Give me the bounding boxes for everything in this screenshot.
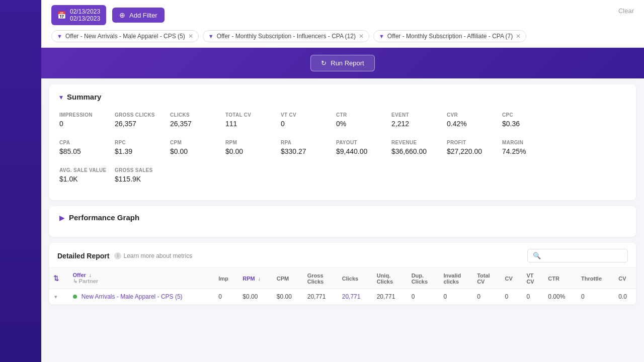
add-filter-label: Add Filter	[129, 12, 157, 19]
rpm-sort-icon: ↓	[258, 276, 261, 282]
clear-button[interactable]: Clear	[618, 7, 634, 15]
row-status-dot	[73, 295, 77, 299]
metric-gross-sales-label: GROSS SALES	[115, 167, 170, 173]
metric-payout-value: $9,440.00	[336, 147, 391, 155]
filter-tag-2: ▼ Offer - Monthly Subscription - Affilia…	[373, 30, 526, 42]
filter-tag-close-2[interactable]: ✕	[516, 33, 521, 40]
filter-tag-0: ▼ Offer - New Arrivals - Male Apparel - …	[51, 30, 199, 42]
performance-graph-title: Performance Graph	[69, 213, 139, 222]
metric-avg-sale-value-value: $1.0K	[59, 175, 115, 183]
col-total-cv[interactable]: TotalCV	[472, 268, 500, 289]
learn-more-link[interactable]: i Learn more about metrics	[114, 252, 192, 259]
col-offer[interactable]: Offer ↓ ↳ Partner	[68, 268, 214, 289]
date-lines: 02/13/2023 02/13/2023	[70, 8, 100, 22]
perf-graph-chevron-icon[interactable]: ▶	[59, 214, 65, 222]
performance-graph-section: ▶ Performance Graph	[49, 206, 636, 237]
row-vt-cv: 0	[521, 289, 543, 305]
info-icon: i	[114, 252, 121, 259]
metric-cpa-value: $85.05	[59, 147, 115, 155]
search-input[interactable]	[544, 252, 622, 259]
col-imp[interactable]: Imp	[213, 268, 237, 289]
row-dup-clicks: 0	[407, 289, 439, 305]
col-dup-clicks[interactable]: Dup.Clicks	[407, 268, 439, 289]
search-icon: 🔍	[533, 252, 541, 259]
metric-rpc-value: $1.39	[115, 147, 170, 155]
metric-avg-sale-value: AVG. SALE VALUE $1.0K	[59, 164, 115, 186]
metric-vt-cv-value: 0	[281, 120, 336, 128]
metric-revenue-value: $36,660.00	[391, 147, 447, 155]
col-throttle[interactable]: Throttle	[576, 268, 613, 289]
metric-gross-sales: GROSS SALES $115.9K	[115, 164, 170, 186]
metric-total-cv: TOTAL CV 111	[225, 109, 281, 131]
metric-rpm-label: RPM	[225, 140, 281, 145]
page-wrapper: 📅 02/13/2023 02/13/2023 ⊕ Add Filter Cle…	[0, 0, 644, 362]
detailed-report-header: Detailed Report i Learn more about metri…	[49, 243, 636, 268]
col-cv[interactable]: CV	[500, 268, 521, 289]
metric-payout: PAYOUT $9,440.00	[336, 137, 391, 158]
metric-impression-value: 0	[59, 120, 115, 128]
metric-cvr-value: 0.42%	[447, 120, 502, 128]
filter-tag-close-0[interactable]: ✕	[188, 33, 193, 40]
metric-gross-sales-value: $115.9K	[115, 175, 170, 183]
metric-ctr: CTR 0%	[336, 109, 391, 131]
summary-title: Summary	[67, 93, 101, 101]
add-filter-button[interactable]: ⊕ Add Filter	[112, 8, 165, 23]
metric-cpa: CPA $85.05	[59, 137, 115, 158]
row-offer-cell: New Arrivals - Male Apparel - CPS (5)	[68, 289, 214, 305]
metric-margin-label: MARGIN	[502, 140, 557, 145]
row-total-cv: 0	[472, 289, 500, 305]
report-table: ⇅ Offer ↓ ↳ Partner Imp RPM ↓ CPM GrossC…	[49, 268, 636, 305]
col-rpm[interactable]: RPM ↓	[237, 268, 272, 289]
col-vt-cv[interactable]: VTCV	[521, 268, 543, 289]
filter-tag-1: ▼ Offer - Monthly Subscription - Influen…	[203, 30, 369, 42]
top-bar: 📅 02/13/2023 02/13/2023 ⊕ Add Filter Cle…	[41, 0, 644, 48]
metric-vt-cv: VT CV 0	[281, 109, 336, 131]
col-clicks[interactable]: Clicks	[337, 268, 372, 289]
col-gross-clicks[interactable]: GrossClicks	[302, 268, 337, 289]
metric-cvr: CVR 0.42%	[447, 109, 502, 131]
metric-margin: MARGIN 74.25%	[502, 137, 557, 158]
filter-funnel-icon-0: ▼	[57, 33, 62, 39]
date-badge: 📅 02/13/2023 02/13/2023	[51, 5, 106, 25]
row-rpm: $0.00	[237, 289, 272, 305]
date-line-2: 02/13/2023	[70, 15, 100, 22]
col-uniq-clicks[interactable]: Uniq.Clicks	[372, 268, 407, 289]
col-ctr[interactable]: CTR	[543, 268, 576, 289]
learn-more-label: Learn more about metrics	[123, 252, 192, 259]
metric-payout-label: PAYOUT	[336, 140, 391, 145]
filter-tag-label-2: Offer - Monthly Subscription - Affiliate…	[387, 33, 513, 40]
row-throttle: 0	[576, 289, 613, 305]
summary-header: ▾ Summary	[59, 93, 626, 101]
row-expand-chevron-icon[interactable]: ▾	[54, 294, 57, 300]
col-cv2[interactable]: CV	[613, 268, 636, 289]
metric-margin-value: 74.25%	[502, 147, 557, 155]
metric-rpc-label: RPC	[115, 140, 170, 145]
search-box[interactable]: 🔍	[527, 249, 628, 262]
sidebar	[0, 0, 41, 362]
summary-section: ▾ Summary IMPRESSION 0 GROSS CLICKS 26,3…	[49, 84, 636, 200]
date-filter-row: 📅 02/13/2023 02/13/2023 ⊕ Add Filter Cle…	[51, 5, 634, 25]
metric-cpm-value: $0.00	[170, 147, 225, 155]
summary-metrics-row-1: IMPRESSION 0 GROSS CLICKS 26,357 CLICKS …	[59, 109, 626, 131]
run-report-button[interactable]: ↻ Run Report	[310, 55, 374, 71]
summary-chevron-icon[interactable]: ▾	[59, 93, 63, 101]
detailed-report-left: Detailed Report i Learn more about metri…	[57, 252, 192, 260]
metric-gross-clicks-value: 26,357	[115, 120, 170, 128]
col-cpm[interactable]: CPM	[272, 268, 302, 289]
col-invalid-clicks[interactable]: Invalidclicks	[438, 268, 472, 289]
row-offer-name[interactable]: New Arrivals - Male Apparel - CPS (5)	[82, 293, 183, 300]
metric-total-cv-value: 111	[225, 120, 281, 128]
filter-tag-close-1[interactable]: ✕	[359, 33, 364, 40]
metric-rpc: RPC $1.39	[115, 137, 170, 158]
metric-cpc: CPC $0.36	[502, 109, 557, 131]
main-content: 📅 02/13/2023 02/13/2023 ⊕ Add Filter Cle…	[41, 0, 644, 305]
metric-clicks: CLICKS 26,357	[170, 109, 225, 131]
metric-impression: IMPRESSION 0	[59, 109, 115, 131]
row-gross-clicks: 20,771	[302, 289, 337, 305]
row-uniq-clicks: 20,771	[372, 289, 407, 305]
metric-cpm-label: CPM	[170, 140, 225, 145]
metric-total-cv-label: TOTAL CV	[225, 112, 281, 118]
row-expand-cell[interactable]: ▾	[49, 289, 68, 305]
row-invalid-clicks: 0	[438, 289, 472, 305]
row-clicks: 20,771	[337, 289, 372, 305]
